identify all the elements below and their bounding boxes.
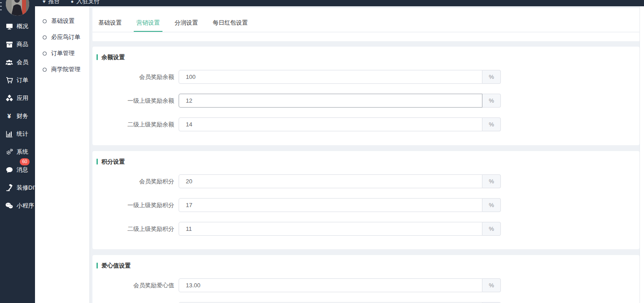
avatar[interactable] (6, 0, 29, 16)
tab-bar: 基础设置 营销设置 分润设置 每日红包设置 (92, 8, 640, 41)
wechat-icon (5, 202, 13, 209)
chart-bar-icon (5, 130, 13, 138)
tab-marketing-settings[interactable]: 营销设置 (134, 19, 162, 32)
form-field-row: 二级上级奖励余额 % (92, 117, 640, 131)
member-reward-love-input[interactable] (179, 278, 482, 292)
topbar-items: ♥ 推台 ● 入驻支付 (43, 0, 644, 6)
subnav-item-label: 基础设置 (51, 17, 74, 25)
edge-menu-icon[interactable] (0, 2, 2, 13)
section-title: 积分设置 (101, 158, 125, 166)
subnav-item-label: 必应鸟订单 (51, 33, 80, 41)
sidebar-item-members[interactable]: 会员 (0, 53, 35, 71)
sidebar-item-label: 消息 (17, 166, 28, 174)
section-accent-bar (96, 54, 98, 60)
percent-suffix: % (482, 198, 501, 212)
sidebar-item-finance[interactable]: ¥ 财务 (0, 107, 35, 125)
sidebar-item-goods[interactable]: 商品 (0, 35, 35, 53)
field-label: 会员奖励余额 (92, 73, 174, 81)
sidebar-item-apps[interactable]: 应用 (0, 89, 35, 107)
field-label: 一级上级奖励余额 (92, 97, 174, 105)
sidebar-nav: 概况 商品 会员 订单 应用 ¥ (0, 17, 35, 215)
form-field-row: 会员奖励积分 % (92, 174, 640, 188)
percent-suffix: % (482, 117, 501, 131)
sidebar-item-messages[interactable]: 消息 60 (0, 161, 35, 179)
section-love-value-settings: 爱心值设置 会员奖励爱心值 % (92, 255, 640, 303)
circle-icon (43, 19, 47, 23)
sidebar-item-label: 系统 (17, 148, 28, 156)
sidebar-item-label: 统计 (17, 130, 28, 138)
section-accent-bar (96, 159, 98, 164)
form-field-row: 会员奖励爱心值 % (92, 278, 640, 292)
percent-suffix: % (482, 70, 501, 84)
subnav-item-business-school[interactable]: 商学院管理 (35, 61, 89, 78)
field-label: 会员奖励积分 (92, 177, 174, 186)
sidebar-item-system[interactable]: 系统 (0, 143, 35, 161)
tab-basic-settings[interactable]: 基础设置 (96, 19, 124, 32)
topbar-item-label: 入驻支付 (76, 0, 100, 6)
level2-reward-points-input[interactable] (179, 222, 482, 236)
users-icon (5, 59, 13, 66)
circle-icon (43, 35, 47, 39)
sidebar-item-orders[interactable]: 订单 (0, 71, 35, 89)
member-reward-balance-input[interactable] (179, 70, 482, 84)
spacer (92, 249, 640, 255)
settings-page: 基础设置 营销设置 分润设置 每日红包设置 余额设置 会员奖励余额 % (92, 8, 640, 303)
level2-reward-balance-input[interactable] (179, 117, 482, 131)
sidebar-item-label: 订单 (17, 76, 28, 84)
input-group: % (179, 94, 501, 108)
section-header: 余额设置 (92, 54, 640, 60)
cart-icon (5, 77, 13, 84)
scrollbar[interactable] (640, 6, 644, 303)
member-reward-points-input[interactable] (179, 174, 482, 188)
topbar-item-platform[interactable]: ♥ 推台 (43, 0, 60, 6)
form-field-row: 一级上级奖励余额 % (92, 94, 640, 108)
topbar-item-payment[interactable]: ● 入驻支付 (71, 0, 100, 6)
archive-box-icon (5, 41, 13, 48)
percent-suffix: % (482, 174, 501, 188)
topbar: ♥ 推台 ● 入驻支付 (0, 0, 644, 6)
input-group: % (179, 117, 501, 131)
field-label: 会员奖励爱心值 (92, 281, 174, 290)
sidebar-item-label: 商品 (17, 40, 28, 48)
sidebar-item-label: 概况 (17, 22, 28, 30)
unread-badge: 60 (20, 158, 30, 165)
field-label: 二级上级奖励余额 (92, 121, 174, 129)
sidebar-item-label: 财务 (17, 112, 28, 120)
circle-icon (43, 68, 47, 72)
cubes-icon (5, 95, 13, 102)
sidebar-item-label: 会员 (17, 58, 28, 66)
sidebar-item-decorate-diy[interactable]: 装修DIY (0, 179, 35, 197)
topbar-item-label: 推台 (48, 0, 60, 6)
subnav-item-basic-settings[interactable]: 基础设置 (35, 13, 89, 29)
level1-reward-balance-input[interactable] (179, 94, 482, 108)
dot-icon: ● (71, 0, 74, 6)
input-group: % (179, 278, 501, 292)
sidebar-item-stats[interactable]: 统计 (0, 125, 35, 143)
input-group: % (179, 70, 501, 84)
section-title: 爱心值设置 (101, 262, 131, 270)
percent-suffix: % (482, 94, 501, 108)
spacer (92, 41, 640, 47)
field-label: 一级上级奖励积分 (92, 201, 174, 209)
form-field-row: 二级上级奖励积分 % (92, 222, 640, 236)
section-accent-bar (96, 263, 98, 268)
subnav-item-order-management[interactable]: 订单管理 (35, 45, 89, 61)
subnav-item-biyingbird-orders[interactable]: 必应鸟订单 (35, 29, 89, 45)
input-group: % (179, 174, 501, 188)
tab-redpacket-settings[interactable]: 每日红包设置 (210, 19, 250, 32)
percent-suffix: % (482, 222, 501, 236)
section-balance-settings: 余额设置 会员奖励余额 % 一级上级奖励余额 % 二级上级奖励余额 (92, 47, 640, 145)
desktop-icon (5, 23, 13, 30)
subnav-item-label: 订单管理 (51, 49, 74, 57)
input-group: % (179, 222, 501, 236)
tab-profit-settings[interactable]: 分润设置 (172, 19, 201, 32)
field-label: 二级上级奖励积分 (92, 225, 174, 233)
heart-icon: ♥ (43, 0, 46, 6)
sidebar-item-overview[interactable]: 概况 (0, 17, 35, 35)
gears-icon (5, 148, 13, 156)
level1-reward-points-input[interactable] (179, 198, 482, 212)
input-group: % (179, 198, 501, 212)
secondary-sidebar: 基础设置 必应鸟订单 订单管理 商学院管理 (35, 6, 89, 303)
sidebar-item-miniprogram[interactable]: 小程序 (0, 197, 35, 215)
spacer (92, 145, 640, 151)
